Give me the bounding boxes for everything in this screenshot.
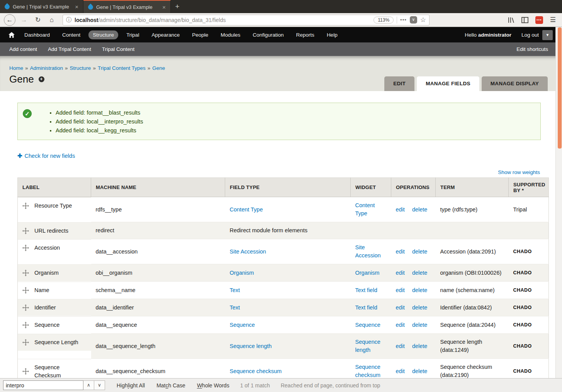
widget-link[interactable]: Organism bbox=[355, 270, 380, 276]
show-row-weights-link[interactable]: Show row weights bbox=[498, 169, 540, 175]
edit-link[interactable]: edit bbox=[396, 206, 405, 213]
home-button[interactable]: ⌂ bbox=[46, 16, 57, 24]
edit-link[interactable]: edit bbox=[396, 368, 405, 374]
logout-link[interactable]: Log out bbox=[521, 32, 539, 38]
browser-nav-bar: ← → ↻ ⌂ ⓘ localhost/admin/structure/bio_… bbox=[0, 13, 562, 27]
widget-link[interactable]: Sequence checksum bbox=[355, 364, 380, 378]
reload-button[interactable]: ↻ bbox=[32, 16, 43, 24]
url-bar[interactable]: ⓘ localhost/admin/structure/bio_data/man… bbox=[63, 15, 430, 25]
menu-tripal[interactable]: Tripal bbox=[122, 30, 143, 39]
find-previous-button[interactable]: ∧ bbox=[83, 380, 94, 390]
widget-link[interactable]: Content Type bbox=[355, 202, 375, 216]
edit-link[interactable]: edit bbox=[396, 304, 405, 311]
shortcut-add-content[interactable]: Add content bbox=[9, 46, 37, 52]
edit-link[interactable]: edit bbox=[396, 343, 405, 349]
menu-reports[interactable]: Reports bbox=[292, 30, 319, 39]
check-for-new-fields-link[interactable]: Check for new fields bbox=[25, 153, 75, 159]
tab-manage-display[interactable]: MANAGE DISPLAY bbox=[482, 76, 548, 91]
menu-hamburger-icon[interactable]: ☰ bbox=[550, 16, 556, 24]
pocket-icon[interactable]: ∨ bbox=[410, 16, 417, 24]
delete-link[interactable]: delete bbox=[412, 343, 428, 349]
menu-content[interactable]: Content bbox=[58, 30, 85, 39]
menu-modules[interactable]: Modules bbox=[216, 30, 244, 39]
delete-link[interactable]: delete bbox=[412, 368, 428, 374]
bookmark-star-icon[interactable]: ☆ bbox=[420, 16, 426, 24]
drag-handle-icon[interactable] bbox=[22, 270, 29, 276]
edit-link[interactable]: edit bbox=[396, 287, 405, 293]
highlight-all-button[interactable]: Highlight All bbox=[117, 382, 145, 389]
add-icon[interactable]: + bbox=[39, 76, 44, 82]
widget-link[interactable]: Sequence bbox=[355, 322, 380, 328]
menu-people[interactable]: People bbox=[188, 30, 212, 39]
menu-help[interactable]: Help bbox=[323, 30, 342, 39]
drag-handle-icon[interactable] bbox=[22, 203, 29, 209]
page-actions-icon[interactable]: ••• bbox=[400, 17, 407, 23]
field-type-link[interactable]: Organism bbox=[230, 270, 254, 276]
page-info-icon[interactable]: ⓘ bbox=[66, 17, 71, 24]
menu-appearance[interactable]: Appearance bbox=[147, 30, 184, 39]
page-scrollbar[interactable] bbox=[555, 27, 562, 378]
delete-link[interactable]: delete bbox=[412, 304, 428, 311]
nav-right-icons: ••• ☰ bbox=[508, 16, 558, 24]
browser-tab-2-active[interactable]: Gene | Tripal v3 Example × bbox=[83, 0, 171, 13]
field-type-link[interactable]: Sequence bbox=[230, 322, 255, 328]
edit-link[interactable]: edit bbox=[396, 322, 405, 328]
tab-manage-fields[interactable]: MANAGE FIELDS bbox=[417, 76, 479, 91]
toolbar-dropdown-button[interactable]: ▼ bbox=[542, 30, 553, 40]
menu-structure[interactable]: Structure bbox=[88, 30, 118, 39]
field-term: type (rdfs:type) bbox=[436, 197, 509, 222]
scrollbar-thumb[interactable] bbox=[558, 27, 562, 149]
menu-dashboard[interactable]: Dashboard bbox=[20, 30, 54, 39]
edit-link[interactable]: edit bbox=[396, 248, 405, 255]
shortcut-add-tripal-content[interactable]: Add Tripal Content bbox=[48, 46, 91, 52]
find-next-button[interactable]: ∨ bbox=[94, 380, 105, 390]
breadcrumb-structure[interactable]: Structure bbox=[70, 65, 91, 71]
tab-close-icon[interactable]: × bbox=[74, 3, 79, 10]
field-type-link[interactable]: Text bbox=[230, 287, 240, 293]
field-type-link[interactable]: Content Type bbox=[230, 206, 263, 213]
zoom-level-indicator[interactable]: 113% bbox=[374, 17, 394, 24]
field-type-link[interactable]: Sequence length bbox=[230, 343, 272, 349]
match-case-button[interactable]: Match Case bbox=[156, 382, 185, 389]
drag-handle-icon[interactable] bbox=[22, 245, 29, 251]
forward-button[interactable]: → bbox=[19, 16, 29, 24]
field-type-link[interactable]: Sequence checksum bbox=[230, 368, 282, 374]
delete-link[interactable]: delete bbox=[412, 248, 428, 255]
drag-handle-icon[interactable] bbox=[22, 287, 29, 294]
breadcrumb-administration[interactable]: Administration bbox=[30, 65, 63, 71]
admin-home-icon[interactable] bbox=[8, 32, 15, 38]
find-input[interactable] bbox=[3, 380, 83, 390]
tab-close-icon[interactable]: × bbox=[161, 4, 166, 10]
extension-icon[interactable]: ••• bbox=[535, 16, 543, 24]
edit-shortcuts-link[interactable]: Edit shortcuts bbox=[516, 46, 553, 52]
new-tab-button[interactable]: + bbox=[171, 0, 184, 13]
menu-configuration[interactable]: Configuration bbox=[248, 30, 288, 39]
browser-tab-1[interactable]: Gene | Tripal v3 Example × bbox=[0, 0, 83, 13]
whole-words-button[interactable]: Whole Words bbox=[197, 382, 229, 389]
drag-handle-icon[interactable] bbox=[22, 304, 29, 311]
delete-link[interactable]: delete bbox=[412, 322, 428, 328]
delete-link[interactable]: delete bbox=[412, 270, 428, 276]
widget-link[interactable]: Sequence length bbox=[355, 339, 380, 353]
delete-link[interactable]: delete bbox=[412, 287, 428, 293]
widget-link[interactable]: Text field bbox=[355, 287, 377, 293]
back-button[interactable]: ← bbox=[4, 14, 15, 26]
field-type-link[interactable]: Text bbox=[230, 304, 240, 311]
breadcrumb-tripal-content-types[interactable]: Tripal Content Types bbox=[98, 65, 146, 71]
drag-handle-icon[interactable] bbox=[22, 322, 29, 328]
drag-handle-icon[interactable] bbox=[22, 368, 29, 375]
shortcut-tripal-content[interactable]: Tripal Content bbox=[102, 46, 134, 52]
library-icon[interactable] bbox=[508, 17, 514, 24]
sidebar-toggle-icon[interactable] bbox=[521, 17, 528, 23]
widget-link[interactable]: Text field bbox=[355, 304, 377, 311]
field-type-link[interactable]: Site Accession bbox=[230, 248, 266, 255]
edit-link[interactable]: edit bbox=[396, 270, 405, 276]
breadcrumb-home[interactable]: Home bbox=[9, 65, 23, 71]
breadcrumb-gene[interactable]: Gene bbox=[152, 65, 165, 71]
widget-link[interactable]: Site Accession bbox=[355, 244, 381, 259]
tab-edit[interactable]: EDIT bbox=[384, 76, 414, 91]
delete-link[interactable]: delete bbox=[412, 206, 428, 213]
url-text[interactable]: localhost/admin/structure/bio_data/manag… bbox=[75, 17, 370, 23]
drag-handle-icon[interactable] bbox=[22, 339, 29, 346]
drag-handle-icon[interactable] bbox=[22, 228, 29, 234]
